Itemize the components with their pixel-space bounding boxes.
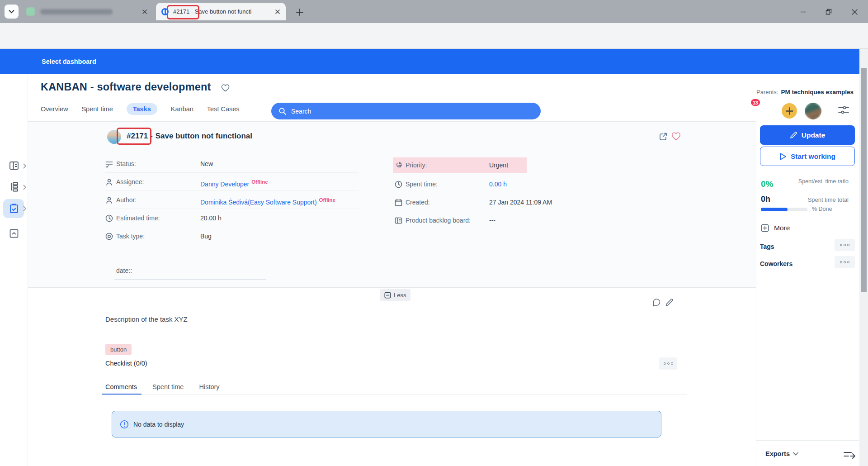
chevron-down-icon — [793, 452, 798, 456]
custom-field-date: date:: — [116, 267, 132, 274]
app-top-navbar: Select dashboard Search 13 — [0, 49, 859, 74]
collapse-panel-icon[interactable] — [843, 450, 856, 460]
clock-icon — [395, 181, 402, 188]
field-label: Status: — [116, 155, 136, 173]
issue-author-avatar[interactable] — [107, 130, 121, 144]
window-restore-button[interactable] — [822, 5, 835, 19]
issue-id[interactable]: #2171 - — [127, 132, 153, 140]
checklist-more-button[interactable] — [659, 357, 677, 370]
tab-search-button[interactable] — [5, 5, 19, 19]
navbar-divider — [29, 104, 29, 117]
plus-icon — [296, 9, 303, 16]
favorite-issue-heart-icon[interactable] — [671, 132, 681, 141]
field-row-task-type: Task type: Bug — [105, 227, 359, 245]
user-avatar[interactable] — [805, 103, 821, 119]
status-icon — [105, 160, 113, 168]
chevron-right-icon[interactable] — [23, 163, 27, 169]
calendar-icon — [395, 199, 402, 206]
spent-time-link[interactable]: 0.00 h — [489, 181, 507, 188]
scrollbar-thumb[interactable] — [861, 68, 867, 292]
update-button[interactable]: Update — [760, 125, 855, 145]
parents-value[interactable]: PM techniques examples — [781, 89, 854, 95]
update-label: Update — [802, 131, 826, 139]
field-label: Author: — [116, 191, 137, 209]
tab-tasks-active[interactable]: Tasks — [127, 103, 157, 115]
favorite-heart-icon[interactable] — [221, 84, 230, 92]
field-row-estimated-time: Estimated time: 20.00 h — [105, 209, 359, 227]
browser-tab-inactive[interactable] — [21, 3, 153, 20]
tab-history[interactable]: History — [199, 383, 219, 390]
field-label: Task type: — [116, 227, 145, 245]
issue-subject: Save button not functional — [156, 132, 252, 140]
field-value: New — [200, 155, 213, 173]
spent-ratio-label: Spent/est. time ratio — [789, 178, 849, 185]
my-tasks-icon[interactable] — [723, 105, 734, 116]
done-progress-bar — [761, 208, 807, 211]
page-settings-sliders-icon[interactable] — [838, 105, 849, 115]
info-circle-icon — [120, 420, 129, 429]
window-close-button[interactable] — [848, 5, 861, 19]
field-label: Product backlog board: — [406, 211, 471, 229]
notifications-flag-icon[interactable] — [745, 105, 756, 116]
avatar-chevron-down-icon[interactable] — [826, 109, 832, 113]
checklist-label[interactable]: Checklist (0/0) — [105, 360, 147, 367]
edit-description-pencil-icon[interactable] — [665, 298, 674, 307]
tab-spent-time[interactable]: Spent time — [81, 103, 113, 115]
collapse-less-button[interactable]: Less — [380, 289, 410, 301]
chevron-right-icon[interactable] — [23, 185, 27, 190]
field-value: 20.00 h — [200, 209, 222, 227]
field-row-author: Author: Dominika Šedivá(Easy Software Su… — [105, 191, 359, 209]
custom-field-underline — [114, 279, 266, 280]
start-working-button[interactable]: Start working — [760, 147, 855, 166]
sidebar-item-projects-icon[interactable] — [9, 181, 19, 192]
tab-favicon-easyproject — [161, 8, 169, 15]
global-search-input[interactable]: Search — [271, 103, 541, 119]
field-row-created: Created: 27 Jan 2024 11:09 AM — [393, 193, 587, 211]
chevron-right-icon[interactable] — [23, 206, 27, 211]
field-value: Bug — [200, 227, 212, 245]
tab-test-cases[interactable]: Test Cases — [207, 103, 240, 115]
user-icon[interactable] — [701, 105, 712, 116]
field-row-status: Status: New — [105, 155, 359, 173]
tab-kanban[interactable]: Kanban — [171, 103, 193, 115]
tab-close-icon[interactable] — [142, 9, 147, 14]
sidebar-item-tasks-icon-active[interactable] — [9, 203, 19, 214]
tabs-divider — [102, 395, 687, 395]
tab-close-icon[interactable] — [275, 9, 280, 14]
issue-description: Description of the task XYZ — [105, 315, 188, 323]
quick-add-button[interactable] — [782, 103, 797, 119]
browser-address-bar: .com/issues/2171 — [0, 23, 868, 49]
no-data-alert: No data to display — [112, 411, 661, 437]
assignee-link[interactable]: Danny Developer — [200, 181, 249, 188]
comment-bubble-icon[interactable] — [652, 298, 661, 307]
no-data-message: No data to display — [133, 421, 184, 428]
offline-badge: Offline — [251, 179, 268, 185]
window-minimize-button[interactable] — [796, 5, 810, 19]
left-sidebar — [0, 74, 28, 466]
open-in-new-window-icon[interactable] — [659, 132, 668, 141]
sidebar-collapse-section-icon[interactable] — [9, 228, 19, 239]
field-label: Created: — [406, 193, 430, 211]
tab-activity-spent-time[interactable]: Spent time — [152, 383, 184, 390]
spent-ratio-value: 0% — [761, 179, 773, 189]
author-link[interactable]: Dominika Šedivá(Easy Software Support) — [200, 199, 317, 206]
field-label: Spent time: — [406, 175, 438, 193]
tag-chip[interactable]: button — [105, 344, 132, 355]
plus-square-icon[interactable] — [761, 224, 769, 232]
exports-button[interactable]: Exports — [765, 450, 798, 457]
tags-more-button[interactable] — [835, 239, 855, 251]
coworkers-more-button[interactable] — [835, 256, 855, 268]
browser-tab-active[interactable]: #2171 - Save button not functi — [156, 3, 286, 20]
tab-favicon-blurred — [26, 7, 35, 16]
field-value: --- — [489, 211, 495, 229]
tab-overview[interactable]: Overview — [41, 103, 68, 115]
search-icon — [278, 107, 287, 115]
sidebar-item-dashboard-icon[interactable] — [9, 160, 19, 171]
select-dashboard-button[interactable]: Select dashboard — [42, 49, 96, 74]
action-sidebar — [756, 121, 859, 466]
more-button[interactable]: More — [774, 224, 790, 232]
calendar-icon[interactable] — [767, 105, 778, 116]
plus-icon — [786, 107, 793, 115]
tab-comments-active[interactable]: Comments — [105, 383, 137, 390]
new-tab-button[interactable] — [294, 6, 306, 18]
